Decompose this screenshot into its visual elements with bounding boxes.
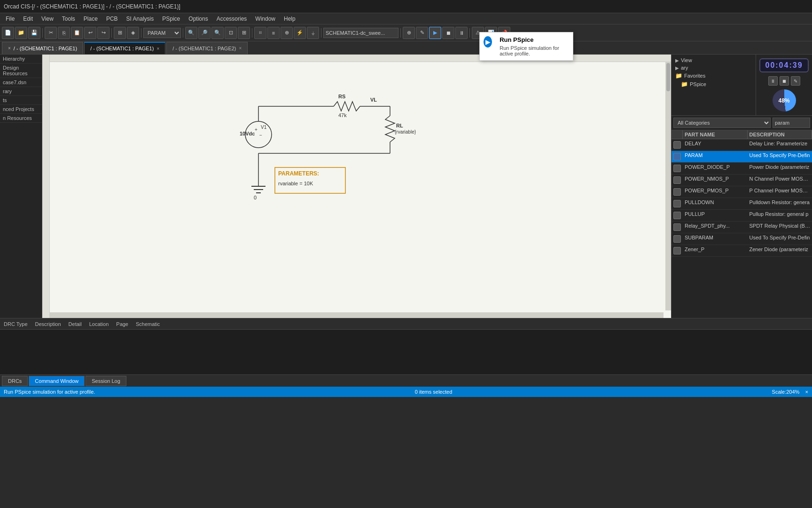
library-row[interactable]: POWER_DIODE_PPower Diode (parameteriz (671, 163, 812, 175)
left-n-resources[interactable]: n Resources (0, 114, 42, 123)
menu-accessories[interactable]: Accessories (213, 15, 251, 23)
timer-edit-btn[interactable]: ✎ (791, 76, 800, 86)
bottom-tabs: DRCs Command Window Session Log (0, 374, 812, 387)
menu-view[interactable]: View (38, 15, 57, 23)
part-row-description: Used To Specify Pre-Defin (748, 233, 812, 245)
col-detail[interactable]: Detail (69, 321, 82, 327)
part-row-description: Power Diode (parameteriz (748, 163, 812, 174)
btab-session-log[interactable]: Session Log (86, 376, 126, 386)
part-row-name: SUBPARAM (683, 233, 748, 245)
toolbar-run-pspice[interactable]: ▶ (429, 27, 441, 39)
library-row[interactable]: PULLUPPullup Resistor: general p (671, 210, 812, 222)
menu-place[interactable]: Place (80, 15, 102, 23)
tab-page2-close[interactable]: × (239, 46, 242, 51)
toolbar-wire[interactable]: ⌗ (254, 27, 266, 39)
toolbar-new[interactable]: 📄 (2, 27, 14, 39)
library-row[interactable]: POWER_NMOS_PN Channel Power MOSFET (671, 175, 812, 186)
toolbar-pause[interactable]: ⏸ (455, 27, 468, 39)
tree-item-pspice[interactable]: 📁 PSpice (673, 80, 754, 88)
part-library: All Categories PART NAME DESCRIPTION DEL… (671, 116, 812, 318)
left-nced-projects[interactable]: nced Projects (0, 105, 42, 114)
library-row[interactable]: POWER_PMOS_PP Channel Power MOSFET (671, 186, 812, 198)
horizontal-scrollbar[interactable] (50, 312, 664, 318)
toolbar-gnd[interactable]: ⏚ (307, 27, 319, 39)
library-search-input[interactable] (773, 118, 810, 128)
timer-stop-btn[interactable]: ⏹ (780, 76, 789, 86)
menu-pspice[interactable]: PSpice (158, 15, 184, 23)
param-dropdown[interactable]: PARAM (143, 28, 181, 38)
toolbar-open[interactable]: 📁 (15, 27, 27, 39)
part-row-icon (671, 186, 683, 198)
menu-si[interactable]: SI Analysis (123, 15, 158, 23)
menu-tools[interactable]: Tools (58, 15, 79, 23)
left-hierarchy[interactable]: Hierarchy (0, 55, 42, 64)
library-row[interactable]: Zener_PZener Diode (parameteriz (671, 245, 812, 257)
svg-text:PARAMETERS:: PARAMETERS: (278, 170, 319, 177)
toolbar-zoom-area[interactable]: ⊞ (238, 27, 250, 39)
library-header: PART NAME DESCRIPTION (671, 130, 812, 139)
tree-item-favorites[interactable]: 📁 Favorites (673, 71, 754, 80)
category-select[interactable]: All Categories (673, 118, 771, 128)
toolbar-power[interactable]: ⚡ (294, 27, 306, 39)
vertical-scrollbar[interactable] (665, 62, 671, 310)
toolbar-part[interactable]: ⊕ (281, 27, 293, 39)
col-drc-type[interactable]: DRC Type (4, 321, 28, 327)
menu-window[interactable]: Window (251, 15, 279, 23)
toolbar-new-sim[interactable]: ⊕ (403, 27, 415, 39)
library-row[interactable]: SUBPARAMUsed To Specify Pre-Defin (671, 233, 812, 245)
tab-main[interactable]: × / - (SCHEMATIC1 : PAGE1) (2, 42, 83, 54)
part-row-description: Used To Specify Pre-Defin (748, 151, 812, 162)
left-ts[interactable]: ts (0, 96, 42, 105)
schematic-canvas[interactable]: + − 10Vdc V1 RS 47k VL (42, 55, 671, 318)
toolbar-redo[interactable]: ↪ (97, 27, 109, 39)
menu-help[interactable]: Help (280, 15, 299, 23)
left-rary[interactable]: rary (0, 87, 42, 96)
toolbar-bus[interactable]: ≡ (267, 27, 280, 39)
left-design-resources[interactable]: Design Resources (0, 64, 42, 78)
btab-command-window[interactable]: Command Window (29, 376, 85, 386)
status-close[interactable]: × (805, 389, 808, 395)
profile-input[interactable] (323, 28, 398, 38)
tab-schematic1-page2[interactable]: / - (SCHEMATIC1 : PAGE2) × (166, 42, 248, 54)
toolbar-undo[interactable]: ↩ (84, 27, 96, 39)
toolbar-zoom-in[interactable]: 🔎 (198, 27, 211, 39)
toolbar-save[interactable]: 💾 (28, 27, 40, 39)
toolbar-grid[interactable]: ⊞ (114, 27, 126, 39)
toolbar-snap[interactable]: ◈ (127, 27, 139, 39)
toolbar-edit-sim[interactable]: ✎ (416, 27, 428, 39)
svg-text:{rvariable}: {rvariable} (395, 129, 416, 135)
library-row[interactable]: PARAMUsed To Specify Pre-Defin (671, 151, 812, 163)
menu-pcb[interactable]: PCB (102, 15, 122, 23)
menu-edit[interactable]: Edit (19, 15, 37, 23)
toolbar-paste[interactable]: 📋 (71, 27, 83, 39)
btab-drcs[interactable]: DRCs (2, 376, 28, 386)
col-location[interactable]: Location (89, 321, 109, 327)
library-row[interactable]: PULLDOWNPulldown Resistor: genera (671, 198, 812, 210)
svg-text:V1: V1 (261, 125, 267, 130)
menu-file[interactable]: File (2, 15, 18, 23)
col-page[interactable]: Page (116, 321, 128, 327)
timer-pause-btn[interactable]: ⏸ (768, 76, 778, 86)
menu-options[interactable]: Options (185, 15, 211, 23)
col-description: DESCRIPTION (748, 130, 812, 139)
library-row[interactable]: Relay_SPDT_phy...SPDT Relay Physical (Be… (671, 222, 812, 233)
col-description[interactable]: Description (35, 321, 61, 327)
toolbar-cut[interactable]: ✂ (45, 27, 57, 39)
toolbar-zoom-out[interactable]: 🔍 (211, 27, 224, 39)
left-case7[interactable]: case7.dsn (0, 78, 42, 87)
tab-close-x[interactable]: × (8, 46, 11, 51)
tree-item-summary[interactable]: ▶ ary (673, 64, 754, 71)
tooltip-description: Run PSpice simulation for active profile… (500, 45, 569, 56)
toolbar-search[interactable]: 🔍 (185, 27, 197, 39)
col-schematic[interactable]: Schematic (136, 321, 160, 327)
toolbar-copy[interactable]: ⎘ (58, 27, 70, 39)
toolbar-stop[interactable]: ⏹ (442, 27, 454, 39)
tab-page1-close[interactable]: × (156, 46, 159, 51)
tree-item-view[interactable]: ▶ View (673, 56, 754, 64)
part-row-icon (671, 210, 683, 221)
toolbar-zoom-fit[interactable]: ⊡ (225, 27, 237, 39)
part-row-icon (671, 198, 683, 209)
rp-top-section: ▶ View ▶ ary 📁 Favorites 📁 PSpice 00:04:… (671, 55, 812, 116)
tab-schematic1-page1[interactable]: / - (SCHEMATIC1 : PAGE1) × (84, 42, 165, 54)
library-row[interactable]: DELAYDelay Line: Parameterize (671, 139, 812, 151)
